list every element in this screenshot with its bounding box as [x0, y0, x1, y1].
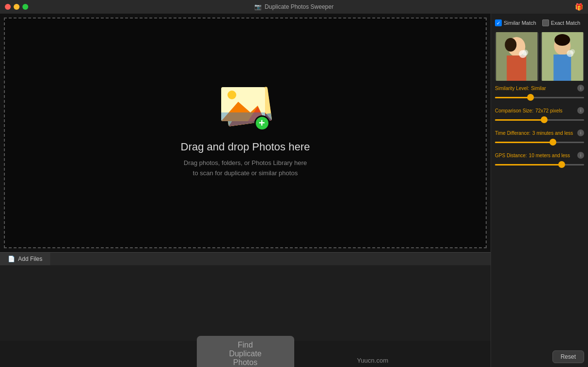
preview-image-2: [541, 32, 585, 81]
time-label: Time Differance: 3 minutes and less i: [495, 129, 584, 136]
gps-rail: [495, 164, 584, 165]
svg-point-13: [505, 38, 516, 52]
match-toggles: ✓ Similar Match Exact Match: [495, 18, 584, 28]
title-bar: 📷 Duplicate Photos Sweeper 🎁: [0, 0, 588, 14]
similarity-label: Similarity Level: Similar i: [495, 85, 584, 92]
time-thumb[interactable]: [550, 139, 556, 146]
drop-title: Drag and drop Photos here: [181, 141, 310, 153]
similar-match-toggle[interactable]: ✓ Similar Match: [495, 19, 536, 26]
svg-rect-12: [507, 55, 526, 81]
files-tab[interactable]: 📄 Add Files: [0, 253, 50, 265]
add-plus-badge: +: [254, 115, 270, 131]
child-blowing-svg-1: [495, 32, 539, 81]
watermark: Yuucn.com: [357, 357, 388, 364]
app-title: 📷 Duplicate Photos Sweeper: [254, 3, 333, 10]
gps-label: GPS Distance: 10 meters and less i: [495, 152, 584, 159]
reset-button[interactable]: Reset: [552, 350, 584, 363]
similarity-slider-group: Similarity Level: Similar i: [495, 85, 584, 101]
app-icon: 📷: [254, 3, 262, 10]
gps-thumb[interactable]: [558, 161, 565, 168]
similarity-rail: [495, 97, 584, 98]
checkmark-icon: ✓: [496, 20, 500, 26]
gps-slider-group: GPS Distance: 10 meters and less i: [495, 152, 584, 168]
drop-subtitle: Drag photos, folders, or Photos Library …: [184, 158, 307, 179]
svg-point-19: [554, 34, 570, 46]
svg-point-6: [228, 91, 236, 99]
time-info-icon[interactable]: i: [577, 129, 584, 136]
close-button[interactable]: [5, 4, 11, 10]
exact-match-checkbox[interactable]: [542, 19, 549, 26]
similarity-slider[interactable]: [495, 93, 584, 101]
minimize-button[interactable]: [14, 4, 19, 10]
comparison-slider-group: Comparison Size: 72x72 pixels i: [495, 107, 584, 124]
preview-image-1: [495, 32, 539, 81]
comparison-thumb[interactable]: [541, 116, 548, 123]
svg-rect-18: [553, 55, 571, 81]
drop-zone-icon: +: [216, 87, 275, 131]
similarity-thumb[interactable]: [527, 94, 534, 101]
left-panel: + Drag and drop Photos here Drag photos,…: [0, 14, 491, 367]
find-btn-area: Find Duplicate Photos Yuucn.com: [0, 341, 491, 367]
comparison-label: Comparison Size: 72x72 pixels i: [495, 107, 584, 114]
drop-zone[interactable]: + Drag and drop Photos here Drag photos,…: [4, 18, 487, 248]
time-slider[interactable]: [495, 138, 584, 146]
maximize-button[interactable]: [22, 4, 28, 10]
svg-point-21: [570, 49, 575, 54]
find-duplicate-button[interactable]: Find Duplicate Photos: [197, 336, 294, 367]
right-panel: ✓ Similar Match Exact Match: [491, 14, 588, 367]
comparison-info-icon[interactable]: i: [577, 107, 584, 114]
main-layout: + Drag and drop Photos here Drag photos,…: [0, 14, 588, 367]
files-area: [0, 265, 491, 343]
time-rail: [495, 142, 584, 143]
comparison-slider[interactable]: [495, 116, 584, 124]
similar-match-checkbox[interactable]: ✓: [495, 19, 502, 26]
gps-slider[interactable]: [495, 161, 584, 168]
svg-point-15: [522, 50, 528, 55]
comparison-rail: [495, 119, 584, 121]
slider-section: Similarity Level: Similar i Comparison S…: [495, 85, 584, 347]
time-slider-group: Time Differance: 3 minutes and less i: [495, 129, 584, 146]
files-bar: 📄 Add Files: [0, 252, 491, 265]
files-tab-icon: 📄: [8, 256, 15, 262]
similarity-info-icon[interactable]: i: [577, 85, 584, 92]
exact-match-toggle[interactable]: Exact Match: [542, 19, 581, 26]
traffic-lights: [0, 4, 28, 10]
child-blowing-svg-2: [541, 32, 585, 81]
gps-info-icon[interactable]: i: [577, 152, 584, 159]
preview-images: [495, 32, 584, 81]
titlebar-right-icon: 🎁: [575, 3, 583, 11]
